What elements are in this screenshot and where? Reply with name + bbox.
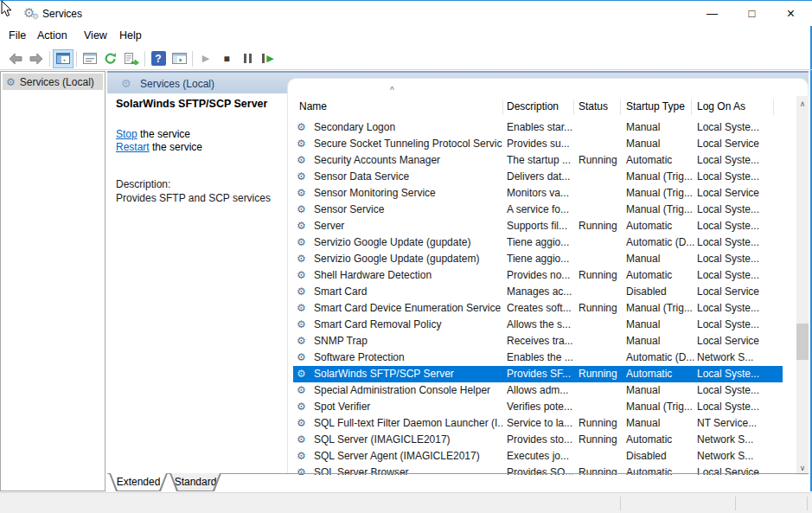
menu-file[interactable]: File [9,29,26,42]
table-row[interactable]: ⚙ Servizio Google Update (gupdate) Tiene… [293,234,783,251]
cell-name: Spot Verifier [314,401,502,414]
cell-name: Software Protection [314,351,502,364]
table-row[interactable]: ⚙ Servizio Google Update (gupdatem) Tien… [293,251,783,267]
titlebar[interactable]: ⚙ ⚙ Services — □ × [0,1,812,26]
menu-action[interactable]: Action [37,29,67,42]
properties-icon[interactable] [80,49,100,68]
help-icon[interactable]: ? [148,49,169,68]
tree-item-services-local[interactable]: ⚙ Services (Local) [3,74,103,90]
back-icon[interactable] [5,49,26,68]
menubar: File Action View Help [0,26,812,47]
pause-service-icon[interactable] [237,49,258,68]
cell-log-on-as: Local Syste... [697,302,780,315]
table-row[interactable]: ⚙ Sensor Monitoring Service Monitors va.… [293,185,783,202]
column-header-status[interactable]: Status [579,96,608,117]
window-title: Services [42,8,82,20]
table-row[interactable]: ⚙ Software Protection Enables the ... Au… [293,349,783,366]
maximize-button[interactable]: □ [732,1,771,26]
column-divider[interactable] [573,99,574,115]
service-gear-icon: ⚙ [297,221,306,231]
column-divider[interactable] [773,99,774,115]
service-gear-icon: ⚙ [297,401,306,412]
cell-startup-type: Manual (Trig... [626,302,694,315]
cell-name: Servizio Google Update (gupdatem) [314,253,502,266]
start-service-icon[interactable]: ▶ [195,49,216,68]
table-row[interactable]: ⚙ Sensor Service A service fo... Manual … [293,202,783,218]
forward-icon[interactable] [26,49,47,68]
cell-name: Servizio Google Update (gupdate) [314,236,502,249]
table-row[interactable]: ⚙ Smart Card Manages ac... Disabled Loca… [293,284,783,300]
scroll-up-icon[interactable]: ∧ [796,96,809,111]
menu-help[interactable]: Help [119,29,142,42]
table-row[interactable]: ⚙ Smart Card Removal Policy Allows the s… [293,317,783,333]
cell-name: SNMP Trap [314,335,502,348]
table-row[interactable]: ⚙ Smart Card Device Enumeration Service … [293,300,783,317]
service-gear-icon: ⚙ [297,336,306,346]
table-row[interactable]: ⚙ SolarWinds SFTP/SCP Server Provides SF… [293,366,783,382]
cell-description: Delivers dat... [507,170,576,183]
vertical-scrollbar[interactable]: ∧ ∨ [796,96,809,475]
service-gear-icon: ⚙ [297,434,306,445]
column-divider[interactable] [502,99,503,115]
minimize-button[interactable]: — [693,1,732,26]
table-row[interactable]: ⚙ SQL Server (IMAGICLE2017) Provides sto… [293,432,783,448]
export-list-icon[interactable] [121,49,142,68]
close-button[interactable]: × [771,1,810,26]
cell-startup-type: Manual [626,138,694,151]
service-gear-icon: ⚙ [297,204,306,215]
menu-view[interactable]: View [84,29,107,42]
restart-service-link[interactable]: Restart [116,141,150,153]
cell-name: SQL Full-text Filter Daemon Launcher (I.… [314,417,502,430]
tab-extended[interactable]: Extended [109,473,168,491]
toolbar-separator [144,51,145,67]
sort-ascending-icon: ^ [390,86,394,95]
table-row[interactable]: ⚙ Spot Verifier Verifies pote... Manual … [293,399,783,415]
cell-name: Server [314,220,502,233]
stop-service-line: Stop the service [116,128,190,140]
service-rows: ⚙ Secondary Logon Enables star... Manual… [293,119,783,475]
cell-status [579,187,623,200]
column-divider[interactable] [620,99,621,115]
service-gear-icon: ⚙ [297,138,306,149]
cell-startup-type: Automatic [626,368,694,381]
table-row[interactable]: ⚙ Special Administration Console Helper … [293,382,783,399]
statusbar [0,493,812,513]
table-row[interactable]: ⚙ SQL Full-text Filter Daemon Launcher (… [293,415,783,432]
cell-name: Shell Hardware Detection [314,269,502,282]
cell-startup-type: Manual [626,384,694,397]
show-console-tree-icon[interactable] [53,49,74,68]
table-row[interactable]: ⚙ Secure Socket Tunneling Protocol Servi… [293,136,783,152]
cell-name: Secure Socket Tunneling Protocol Service [314,138,502,151]
table-row[interactable]: ⚙ Sensor Data Service Delivers dat... Ma… [293,169,783,185]
cell-log-on-as: Local Syste... [697,154,780,167]
cell-startup-type: Manual (Trig... [626,187,694,200]
restart-service-icon[interactable]: ▶ [258,49,278,68]
cell-startup-type: Manual [626,318,694,331]
service-gear-icon: ⚙ [297,270,306,280]
column-header-startup-type[interactable]: Startup Type [626,96,685,117]
table-row[interactable]: ⚙ Server Supports fil... Running Automat… [293,218,783,234]
cell-log-on-as: Local Service [697,335,780,348]
stop-service-link[interactable]: Stop [116,128,137,140]
table-row[interactable]: ⚙ Shell Hardware Detection Provides no..… [293,267,783,284]
cell-log-on-as: Network S... [697,351,780,364]
refresh-icon[interactable] [100,49,121,68]
table-row[interactable]: ⚙ SNMP Trap Receives tra... Manual Local… [293,333,783,349]
tab-standard[interactable]: Standard [169,473,221,491]
cell-name: Special Administration Console Helper [314,384,502,397]
cell-description: Tiene aggio... [507,253,576,266]
table-row[interactable]: ⚙ Security Accounts Manager The startup … [293,152,783,169]
selected-service-title: SolarWinds SFTP/SCP Server [116,98,267,110]
stop-service-icon[interactable]: ■ [216,49,237,68]
cell-description: Enables star... [507,121,576,134]
service-gear-icon: ⚙ [297,122,306,132]
column-header-log-on-as[interactable]: Log On As [697,96,745,117]
column-header-name[interactable]: Name [299,96,327,117]
scrollbar-thumb[interactable] [796,324,809,360]
table-row[interactable]: ⚙ SQL Server Agent (IMAGICLE2017) Execut… [293,448,783,465]
cell-status: Running [579,154,623,167]
column-header-description[interactable]: Description [507,96,559,117]
show-extended-view-icon[interactable] [169,49,189,68]
table-row[interactable]: ⚙ Secondary Logon Enables star... Manual… [293,119,783,136]
column-divider[interactable] [691,99,692,115]
